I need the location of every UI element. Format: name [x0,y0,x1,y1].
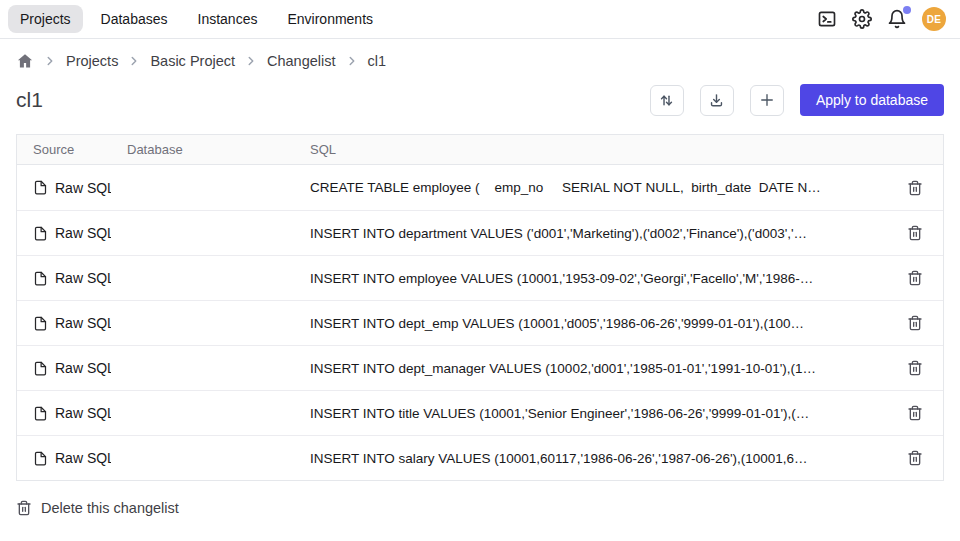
table-row[interactable]: Raw SQL INSERT INTO salary VALUES (10001… [17,435,943,480]
reorder-icon [658,92,675,109]
chevron-right-icon [127,54,141,68]
sql-cell: INSERT INTO salary VALUES (10001,60117,'… [294,451,887,466]
delete-changelist-button[interactable]: Delete this changelist [0,481,960,516]
page-header: cl1 Apply to database [0,70,960,116]
source-label: Raw SQL [55,450,111,466]
breadcrumb-cl1[interactable]: cl1 [368,53,387,69]
source-label: Raw SQL [55,405,111,421]
nav-item-projects[interactable]: Projects [8,5,83,33]
trash-icon [907,270,923,286]
source-label: Raw SQL [55,225,111,241]
delete-changelist-label: Delete this changelist [41,500,179,516]
table-row[interactable]: Raw SQL INSERT INTO title VALUES (10001,… [17,390,943,435]
top-nav: Projects Databases Instances Environment… [0,0,960,39]
source-label: Raw SQL [55,180,111,196]
sql-cell: INSERT INTO dept_manager VALUES (10002,'… [294,361,887,376]
delete-row-button[interactable] [903,401,927,425]
terminal-icon [817,9,837,29]
sql-cell: INSERT INTO title VALUES (10001,'Senior … [294,406,887,421]
download-icon [708,92,725,109]
file-icon [33,316,48,331]
trash-icon [16,500,32,516]
plus-icon [758,91,776,109]
apply-to-database-button[interactable]: Apply to database [800,84,944,116]
add-change-button[interactable] [750,85,784,116]
page-title: cl1 [16,88,43,112]
table-row[interactable]: Raw SQL INSERT INTO department VALUES ('… [17,210,943,255]
chevron-right-icon [43,54,57,68]
source-cell: Raw SQL [17,180,111,196]
trash-icon [907,360,923,376]
source-cell: Raw SQL [17,270,111,286]
source-cell: Raw SQL [17,450,111,466]
breadcrumb: Projects Basic Project Changelist cl1 [0,39,960,70]
file-icon [33,271,48,286]
column-header-sql: SQL [294,142,887,157]
sql-cell: INSERT INTO employee VALUES (10001,'1953… [294,271,887,286]
breadcrumb-projects[interactable]: Projects [66,53,118,69]
table-row[interactable]: Raw SQL CREATE TABLE employee ( emp_no S… [17,165,943,210]
settings-button[interactable] [852,9,872,29]
source-cell: Raw SQL [17,405,111,421]
trash-icon [907,225,923,241]
changes-table: Source Database SQL Raw SQL CREATE TABLE… [16,134,944,481]
table-row[interactable]: Raw SQL INSERT INTO dept_emp VALUES (100… [17,300,943,345]
export-button[interactable] [700,85,734,116]
chevron-right-icon [244,54,258,68]
delete-row-button[interactable] [903,446,927,470]
trash-icon [907,180,923,196]
table-header: Source Database SQL [17,135,943,165]
table-row[interactable]: Raw SQL INSERT INTO dept_manager VALUES … [17,345,943,390]
trash-icon [907,405,923,421]
file-icon [33,180,48,195]
sql-cell: INSERT INTO department VALUES ('d001','M… [294,226,887,241]
chevron-right-icon [345,54,359,68]
gear-icon [852,9,872,29]
nav-item-databases[interactable]: Databases [89,5,180,33]
avatar[interactable]: DE [922,7,946,31]
reorder-button[interactable] [650,85,684,116]
file-icon [33,361,48,376]
notifications-button[interactable] [887,9,907,29]
source-cell: Raw SQL [17,225,111,241]
sql-editor-button[interactable] [817,9,837,29]
delete-row-button[interactable] [903,221,927,245]
sql-cell: INSERT INTO dept_emp VALUES (10001,'d005… [294,316,887,331]
column-header-database: Database [111,142,294,157]
trash-icon [907,315,923,331]
sql-cell: CREATE TABLE employee ( emp_no SERIAL NO… [294,180,887,195]
source-cell: Raw SQL [17,360,111,376]
file-icon [33,226,48,241]
nav-item-environments[interactable]: Environments [275,5,385,33]
notification-dot [903,6,911,14]
source-label: Raw SQL [55,270,111,286]
table-row[interactable]: Raw SQL INSERT INTO employee VALUES (100… [17,255,943,300]
breadcrumb-changelist[interactable]: Changelist [267,53,336,69]
file-icon [33,451,48,466]
home-icon[interactable] [16,52,34,70]
delete-row-button[interactable] [903,176,927,200]
toolbar: Apply to database [650,84,944,116]
main-nav: Projects Databases Instances Environment… [8,5,385,33]
delete-row-button[interactable] [903,356,927,380]
source-label: Raw SQL [55,360,111,376]
delete-row-button[interactable] [903,266,927,290]
column-header-source: Source [17,142,111,157]
file-icon [33,406,48,421]
nav-item-instances[interactable]: Instances [186,5,270,33]
source-label: Raw SQL [55,315,111,331]
breadcrumb-basic-project[interactable]: Basic Project [150,53,235,69]
delete-row-button[interactable] [903,311,927,335]
trash-icon [907,450,923,466]
nav-actions: DE [817,7,946,31]
source-cell: Raw SQL [17,315,111,331]
